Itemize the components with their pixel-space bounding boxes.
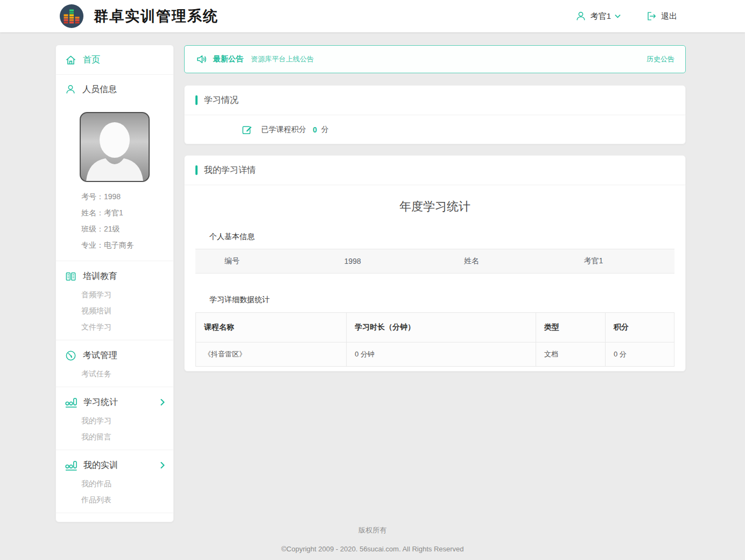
col-study-duration: 学习时长（分钟） (347, 313, 536, 342)
chevron-right-icon (160, 462, 165, 468)
credit-row: 已学课程积分 0 分 (185, 115, 685, 144)
sidebar-item-label: 人员信息 (82, 84, 117, 95)
study-status-header: 学习情况 (185, 86, 685, 115)
person-icon (65, 83, 76, 95)
avatar (80, 112, 150, 182)
sidebar-group-label: 学习统计 (83, 397, 118, 408)
open-book-icon (65, 270, 77, 283)
credit-value: 0 (313, 125, 317, 134)
sidebar-item-study-statistics[interactable]: 学习统计 (56, 392, 173, 412)
speaker-icon (195, 53, 208, 66)
latest-announcement-label: 最新公告 (213, 54, 243, 64)
profile-grade: 班级：21级 (81, 221, 173, 237)
logout-icon (645, 10, 657, 22)
study-status-title: 学习情况 (204, 95, 238, 106)
chevron-down-icon (615, 14, 621, 18)
sidebar-item-exam-management[interactable]: 考试管理 (56, 345, 173, 366)
accent-bar (195, 165, 198, 175)
user-menu[interactable]: 考官1 (575, 10, 621, 22)
sidebar-item-home[interactable]: 首页 (56, 45, 173, 74)
chevron-right-icon (160, 399, 165, 405)
sidebar-group-label: 考试管理 (83, 350, 117, 361)
sidebar-item-exam-tasks[interactable]: 考试任务 (56, 366, 173, 382)
logout-label: 退出 (661, 11, 677, 22)
sidebar-item-works-list[interactable]: 作品列表 (56, 492, 173, 508)
basic-info-label: 个人基本信息 (209, 232, 674, 242)
credit-unit: 分 (321, 125, 329, 135)
sidebar-item-my-works[interactable]: 我的作品 (56, 475, 173, 492)
cell-credits: 0 分 (605, 342, 674, 367)
sidebar-item-label: 首页 (83, 54, 100, 66)
announcement-link[interactable]: 资源库平台上线公告 (251, 54, 314, 64)
col-credits: 积分 (605, 313, 674, 342)
profile-major: 专业：电子商务 (81, 237, 173, 253)
accent-bar (195, 95, 198, 105)
study-detail-card: 我的学习详情 年度学习统计 个人基本信息 编号 1998 姓名 考官1 学习详细… (184, 155, 686, 372)
profile-name: 姓名：考官1 (81, 205, 173, 221)
col-course-name: 课程名称 (196, 313, 347, 342)
annual-stats-title: 年度学习统计 (185, 185, 685, 215)
cell-type: 文档 (536, 342, 606, 367)
history-announcements-link[interactable]: 历史公告 (646, 54, 674, 64)
credit-label: 已学课程积分 (261, 125, 306, 135)
sidebar-item-my-practice[interactable]: 我的实训 (56, 455, 173, 475)
study-detail-table: 课程名称 学习时长（分钟） 类型 积分 《抖音雷区》 0 分钟 文档 0 分 (195, 312, 674, 367)
basic-id-value: 1998 (315, 257, 435, 265)
profile-info: 考号：1998 姓名：考官1 班级：21级 专业：电子商务 (81, 188, 173, 253)
app-header: 群卓实训管理系统 考官1 退出 (0, 0, 745, 32)
sidebar-group-exam: 考试管理 考试任务 (56, 340, 173, 387)
sidebar-item-file-study[interactable]: 文件学习 (56, 319, 173, 335)
sidebar-group-my-practice: 我的实训 我的作品 作品列表 (56, 450, 173, 513)
equalizer-logo-icon (59, 4, 84, 29)
sidebar-item-my-messages[interactable]: 我的留言 (56, 429, 173, 445)
logout-button[interactable]: 退出 (645, 10, 677, 22)
sidebar-item-audio-study[interactable]: 音频学习 (56, 286, 173, 303)
sidebar-group-study-stats: 学习统计 我的学习 我的留言 (56, 387, 173, 450)
copyright-line2: ©Copyright 2009 - 2020. 56sucai.com. All… (0, 545, 745, 553)
table-header-row: 课程名称 学习时长（分钟） 类型 积分 (196, 313, 674, 342)
page-title: 群卓实训管理系统 (94, 6, 219, 26)
sidebar-item-profile[interactable]: 人员信息 (56, 75, 173, 104)
basic-name-label: 姓名 (435, 256, 555, 266)
sidebar-group-training: 培训教育 音频学习 视频培训 文件学习 (56, 261, 173, 340)
table-row: 《抖音雷区》 0 分钟 文档 0 分 (196, 342, 674, 367)
basic-id-label: 编号 (195, 256, 315, 266)
basic-info-row: 编号 1998 姓名 考官1 (195, 249, 674, 274)
compass-clock-icon (65, 349, 77, 362)
page-footer: 版权所有 ©Copyright 2009 - 2020. 56sucai.com… (0, 526, 745, 553)
sidebar-group-label: 培训教育 (83, 271, 117, 282)
sidebar-item-my-study[interactable]: 我的学习 (56, 412, 173, 429)
study-status-card: 学习情况 已学课程积分 0 分 (184, 85, 686, 144)
user-icon (575, 10, 587, 22)
detail-stats-label: 学习详细数据统计 (209, 295, 674, 305)
sidebar-item-video-training[interactable]: 视频培训 (56, 303, 173, 319)
sidebar-group-label: 我的实训 (83, 460, 118, 471)
home-icon (65, 54, 77, 66)
cell-course-name: 《抖音雷区》 (196, 342, 347, 367)
study-detail-header: 我的学习详情 (185, 156, 685, 185)
study-detail-title: 我的学习详情 (204, 165, 256, 176)
announcement-bar: 最新公告 资源库平台上线公告 历史公告 (184, 45, 686, 73)
divider (56, 513, 173, 513)
col-type: 类型 (536, 313, 606, 342)
user-name: 考官1 (591, 11, 611, 22)
app-logo: 群卓实训管理系统 (59, 4, 219, 29)
bar-chart-icon (65, 459, 78, 472)
cell-study-duration: 0 分钟 (347, 342, 536, 367)
edit-icon (241, 124, 253, 136)
copyright-line1: 版权所有 (0, 526, 745, 535)
profile-exam-no: 考号：1998 (81, 188, 173, 205)
basic-name-value: 考官1 (555, 256, 675, 266)
sidebar-item-training-education[interactable]: 培训教育 (56, 266, 173, 286)
sidebar: 首页 人员信息 考号：1998 姓名：考官1 班级：21级 专业：电子商务 (55, 45, 174, 522)
bar-chart-icon (65, 396, 78, 409)
